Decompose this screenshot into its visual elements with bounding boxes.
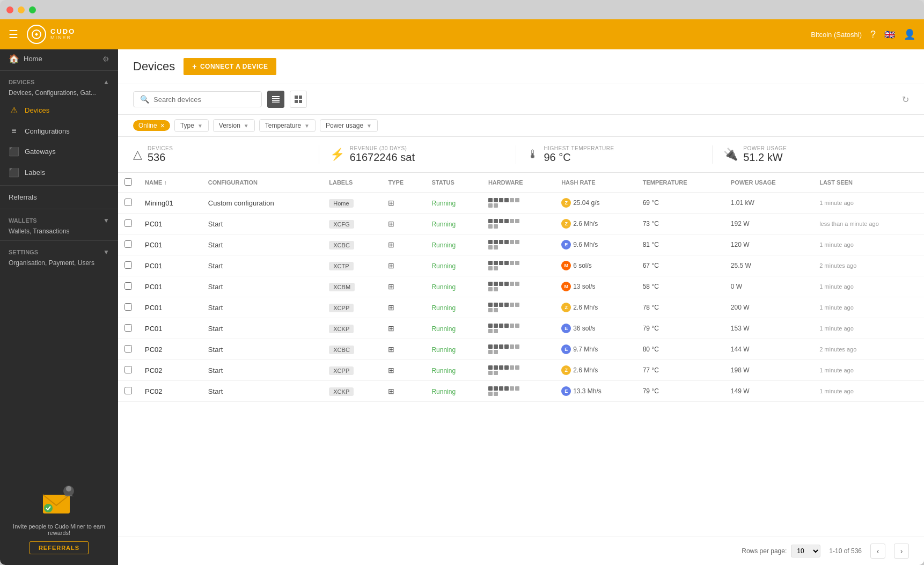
device-name: PC01 xyxy=(138,255,202,276)
sidebar-item-labels[interactable]: ⬛ Labels xyxy=(0,162,118,183)
main-content: Devices + CONNECT A DEVICE 🔍 xyxy=(118,49,924,565)
device-status: Running xyxy=(425,193,481,214)
sidebar-item-configurations[interactable]: ≡ Configurations xyxy=(0,121,118,141)
sidebar-group-wallets[interactable]: Wallets ▼ xyxy=(0,211,118,226)
hw-block xyxy=(510,219,514,223)
row-checkbox-6[interactable] xyxy=(124,324,132,332)
device-label: XCKP xyxy=(322,318,382,339)
col-config[interactable]: Configuration xyxy=(202,173,322,193)
temperature-filter-dropdown[interactable]: Temperature ▼ xyxy=(259,119,316,132)
prev-page-button[interactable]: ‹ xyxy=(870,544,885,559)
referrals-button[interactable]: REFERRALS xyxy=(30,541,89,554)
hw-block xyxy=(510,198,514,202)
help-icon[interactable]: ? xyxy=(870,29,876,40)
col-hashrate[interactable]: Hash rate xyxy=(555,173,636,193)
row-checkbox-0[interactable] xyxy=(124,199,132,206)
device-name: PC01 xyxy=(138,276,202,297)
power-usage-filter-arrow-icon: ▼ xyxy=(366,123,372,129)
connect-device-button[interactable]: + CONNECT A DEVICE xyxy=(184,58,276,75)
col-lastseen[interactable]: Last seen xyxy=(813,173,924,193)
row-checkbox-8[interactable] xyxy=(124,366,132,373)
hw-block xyxy=(488,266,493,270)
row-checkbox-2[interactable] xyxy=(124,240,132,248)
hw-block xyxy=(499,365,503,370)
hw-block xyxy=(494,240,498,244)
hamburger-icon[interactable]: ☰ xyxy=(9,28,18,41)
hw-block xyxy=(494,303,498,307)
maximize-btn[interactable] xyxy=(29,6,36,13)
hw-block xyxy=(510,365,514,370)
svg-rect-7 xyxy=(272,100,280,101)
hw-block xyxy=(494,224,498,229)
sidebar-item-devices[interactable]: ⚠ Devices xyxy=(0,100,118,121)
search-input[interactable] xyxy=(153,96,255,104)
hw-block xyxy=(504,303,509,307)
row-checkbox-3[interactable] xyxy=(124,261,132,269)
type-filter-dropdown[interactable]: Type ▼ xyxy=(174,119,209,132)
language-flag-icon[interactable]: 🇬🇧 xyxy=(884,30,895,40)
device-power: 0 W xyxy=(724,276,813,297)
svg-rect-10 xyxy=(299,96,302,99)
hw-block xyxy=(494,261,498,265)
close-btn[interactable] xyxy=(6,6,13,13)
hw-block xyxy=(504,365,509,370)
col-labels[interactable]: Labels xyxy=(322,173,382,193)
device-last-seen: 1 minute ago xyxy=(813,234,924,255)
nav-right: Bitcoin (Satoshi) ? 🇬🇧 👤 xyxy=(811,28,915,40)
sidebar-item-gateways[interactable]: ⬛ Gateways xyxy=(0,141,118,162)
coin-icon: Z xyxy=(561,198,571,208)
version-filter-dropdown[interactable]: Version ▼ xyxy=(213,119,255,132)
device-hardware xyxy=(482,318,555,339)
sidebar-item-referrals[interactable]: Referrals xyxy=(0,188,118,207)
minimize-btn[interactable] xyxy=(18,6,25,13)
sidebar-group-devices[interactable]: Devices ▲ xyxy=(0,73,118,88)
devices-table-container: Name ↑ Configuration Labels Type Status … xyxy=(118,173,924,537)
settings-gear-icon[interactable]: ⚙ xyxy=(102,55,109,63)
toolbar: 🔍 ↻ xyxy=(118,84,924,115)
refresh-button[interactable]: ↻ xyxy=(902,94,909,105)
device-hardware xyxy=(482,297,555,318)
hw-block xyxy=(488,303,493,307)
col-temperature[interactable]: Temperature xyxy=(636,173,724,193)
row-checkbox-1[interactable] xyxy=(124,219,132,227)
hw-block xyxy=(488,245,493,250)
grid-view-button[interactable] xyxy=(290,91,307,108)
sidebar-item-home[interactable]: 🏠 Home ⚙ xyxy=(0,49,118,68)
version-filter-arrow-icon: ▼ xyxy=(244,123,249,129)
device-type: ⊞ xyxy=(382,339,425,360)
device-config: Start xyxy=(202,276,322,297)
sidebar-referrals-label: Referrals xyxy=(9,193,37,201)
col-type[interactable]: Type xyxy=(382,173,425,193)
device-last-seen: 1 minute ago xyxy=(813,193,924,214)
col-hardware[interactable]: Hardware xyxy=(482,173,555,193)
device-label: XCPP xyxy=(322,297,382,318)
next-page-button[interactable]: › xyxy=(894,544,909,559)
temperature-filter-label: Temperature xyxy=(265,122,301,129)
hw-block xyxy=(494,245,498,250)
row-checkbox-9[interactable] xyxy=(124,387,132,394)
col-name[interactable]: Name ↑ xyxy=(138,173,202,193)
device-hashrate: M6 sol/s xyxy=(555,255,636,276)
hw-block xyxy=(494,198,498,202)
row-checkbox-5[interactable] xyxy=(124,303,132,311)
device-type: ⊞ xyxy=(382,318,425,339)
row-checkbox-7[interactable] xyxy=(124,345,132,353)
remove-online-filter-button[interactable]: × xyxy=(160,122,165,129)
device-label: XCFG xyxy=(322,214,382,234)
sidebar-group-settings[interactable]: Settings ▼ xyxy=(0,243,118,258)
device-config: Start xyxy=(202,360,322,381)
rows-per-page-select[interactable]: 10 25 50 100 xyxy=(791,545,820,557)
hw-block xyxy=(494,324,498,328)
row-checkbox-4[interactable] xyxy=(124,282,132,290)
device-hardware xyxy=(482,255,555,276)
hw-block xyxy=(488,219,493,223)
col-power[interactable]: Power usage xyxy=(724,173,813,193)
list-view-button[interactable] xyxy=(267,91,284,108)
power-usage-filter-dropdown[interactable]: Power usage ▼ xyxy=(320,119,378,132)
sidebar-devices-group-label: Devices xyxy=(9,79,34,85)
configurations-icon: ≡ xyxy=(9,126,19,136)
device-name: PC02 xyxy=(138,360,202,381)
account-icon[interactable]: 👤 xyxy=(904,28,915,40)
select-all-checkbox[interactable] xyxy=(124,178,132,186)
col-status[interactable]: Status xyxy=(425,173,481,193)
